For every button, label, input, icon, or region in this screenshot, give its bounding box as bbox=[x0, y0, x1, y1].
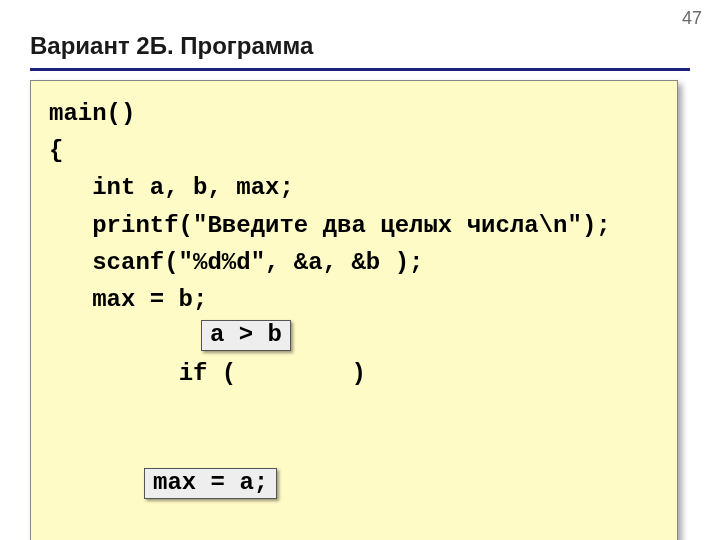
code-line: int a, b, max; bbox=[49, 169, 665, 206]
code-line: printf("Введите два целых числа\n"); bbox=[49, 207, 665, 244]
title-underline bbox=[30, 68, 690, 71]
callout-assignment: max = a; bbox=[144, 468, 277, 499]
if-text: if ( ) bbox=[135, 360, 365, 387]
code-line-assign: max = a; bbox=[49, 467, 665, 540]
slide: 47 Вариант 2Б. Программа main() { int a,… bbox=[0, 0, 720, 540]
code-line: main() bbox=[49, 95, 665, 132]
code-line: max = b; bbox=[49, 281, 665, 318]
slide-title: Вариант 2Б. Программа bbox=[30, 32, 313, 60]
code-line: { bbox=[49, 132, 665, 169]
code-box: main() { int a, b, max; printf("Введите … bbox=[30, 80, 678, 540]
page-number: 47 bbox=[682, 8, 702, 29]
callout-condition: a > b bbox=[201, 320, 291, 351]
assign-spacer bbox=[135, 509, 337, 536]
code-line: scanf("%d%d", &a, &b ); bbox=[49, 244, 665, 281]
code-line-if: if ( ) a > b bbox=[49, 318, 665, 467]
